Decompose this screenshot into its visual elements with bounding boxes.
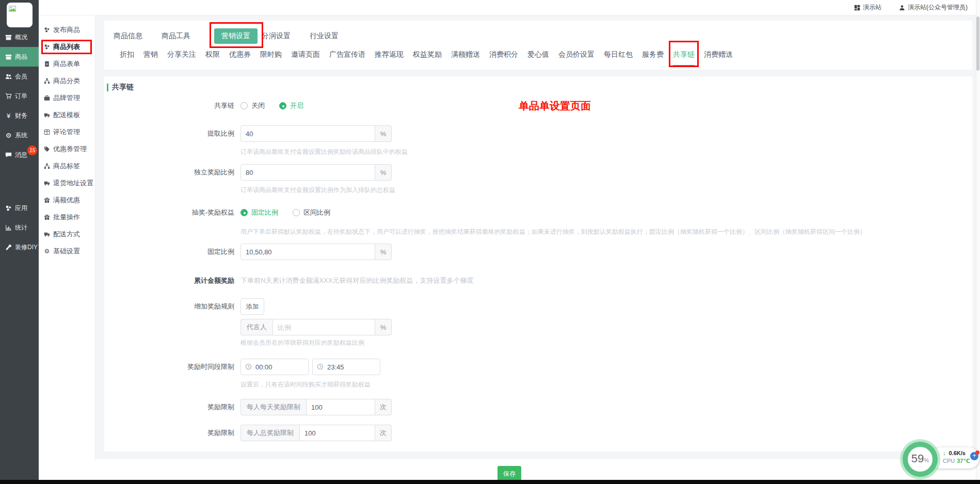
end-time-picker[interactable] xyxy=(312,359,380,375)
subnav-item-delivery-template[interactable]: 配送模板 xyxy=(39,106,95,123)
subnav-item-goods-category[interactable]: 商品分类 xyxy=(39,72,95,89)
percent-number: 59 xyxy=(911,453,924,464)
broken-image-icon xyxy=(9,6,16,12)
subnav-item-goods-tags[interactable]: 商品标签 xyxy=(39,157,95,174)
site-logo[interactable] xyxy=(7,3,33,27)
field-label: 奖励时间段限制 xyxy=(104,362,234,372)
sidebar-item-label: 订单 xyxy=(15,92,27,101)
subnav-item-full-discount[interactable]: 满额优惠 xyxy=(39,191,95,208)
tab-share-chain[interactable]: 共享链 xyxy=(673,50,695,66)
subnav-item-return-address[interactable]: 退货地址设置 xyxy=(39,174,95,191)
spokesperson-ratio-input[interactable] xyxy=(272,319,375,335)
page-scrollbar[interactable] xyxy=(976,0,980,484)
tab-member-price[interactable]: 会员价设置 xyxy=(558,50,595,65)
tab-goods-tools[interactable]: 商品工具 xyxy=(162,31,190,41)
subnav-item-label: 配送模板 xyxy=(53,110,80,120)
independent-ratio-input[interactable] xyxy=(240,164,375,181)
sidebar-item-messages[interactable]: 消息15 xyxy=(0,145,39,165)
share-chain-on-radio[interactable]: 开启 xyxy=(279,101,303,110)
grid-icon xyxy=(854,5,860,11)
document-icon xyxy=(44,61,50,67)
tab-service-fee[interactable]: 服务费 xyxy=(642,50,664,65)
title-accent-bar xyxy=(107,84,108,91)
tab-flash-sale[interactable]: 限时购 xyxy=(260,50,282,65)
range-ratio-radio[interactable]: 区间比例 xyxy=(293,208,330,217)
tab-goods-info[interactable]: 商品信息 xyxy=(114,31,142,41)
subnav-item-basic-settings[interactable]: ⚙基础设置 xyxy=(39,243,95,260)
sidebar-item-label: 概况 xyxy=(15,33,27,42)
memory-usage-circle[interactable]: 59% xyxy=(903,442,938,477)
field-label: 固定比例 xyxy=(104,247,234,256)
radio-unchecked-icon xyxy=(240,102,248,109)
tab-referral-cashback[interactable]: 推荐返现 xyxy=(375,50,404,65)
radio-label: 开启 xyxy=(290,101,303,110)
add-rule-button[interactable]: 添加 xyxy=(240,298,264,315)
tab-consume-gift[interactable]: 消费赠送 xyxy=(704,50,733,65)
reward-time-range-row: 奖励时间段限制 xyxy=(104,359,962,375)
percent-sign: % xyxy=(924,457,929,463)
tab-marketing[interactable]: 营销 xyxy=(143,50,158,65)
subnav-item-comment-manage[interactable]: 评论管理 xyxy=(39,123,95,140)
sidebar-item-members[interactable]: 会员 xyxy=(0,67,39,86)
subnav-item-delivery-method[interactable]: 配送方式 xyxy=(39,225,95,243)
tab-permission[interactable]: 权限 xyxy=(205,50,220,65)
tag-icon xyxy=(44,146,50,152)
tab-daily-redpacket[interactable]: 每日红包 xyxy=(604,50,633,65)
tab-share-follow[interactable]: 分享关注 xyxy=(167,50,196,65)
tab-invite-page[interactable]: 邀请页面 xyxy=(291,50,320,65)
cluster-icon xyxy=(44,44,50,50)
total-limit-input[interactable] xyxy=(299,425,375,441)
subnav-item-brand-manage[interactable]: 品牌管理 xyxy=(39,89,95,106)
sidebar-item-system[interactable]: ⚙系统 xyxy=(0,125,39,145)
tab-industry-settings[interactable]: 行业设置 xyxy=(310,31,339,41)
notification-dot xyxy=(975,450,979,455)
subnav-item-goods-form[interactable]: 商品表单 xyxy=(39,55,95,72)
tab-rights-reward[interactable]: 权益奖励 xyxy=(413,50,442,65)
tab-profit-settings[interactable]: 分润设置 xyxy=(262,31,291,41)
subnav-item-coupon-manage[interactable]: 优惠券管理 xyxy=(39,140,95,157)
users-icon xyxy=(5,73,12,80)
dashboard-icon xyxy=(5,34,12,41)
tab-marketing-settings[interactable]: 营销设置 xyxy=(214,28,258,44)
sidebar-item-orders[interactable]: 订单 xyxy=(0,86,39,106)
subnav-item-publish-goods[interactable]: 发布商品 xyxy=(39,21,95,38)
cumulative-reward-desc: 下单前N天累计消费金额满XXX元获得对应的比例奖励权益，支持设置多个梯度 xyxy=(240,276,473,285)
tab-full-amount-gift[interactable]: 满额赠送 xyxy=(451,50,480,65)
sidebar-item-apps[interactable]: 应用 xyxy=(0,198,39,218)
section-title-text: 共享链 xyxy=(112,83,134,92)
subnav-item-batch-ops[interactable]: 批量操作 xyxy=(39,208,95,225)
tab-ad-slogan[interactable]: 广告宣传语 xyxy=(329,50,365,65)
yen-icon: ¥ xyxy=(5,112,12,119)
tab-love-value[interactable]: 爱心值 xyxy=(527,50,549,65)
total-limit-prefix-addon: 每人总奖励限制 xyxy=(240,425,299,441)
gear-icon: ⚙ xyxy=(44,248,50,254)
start-time-picker[interactable] xyxy=(240,359,309,375)
daily-limit-input[interactable] xyxy=(306,399,375,415)
fixed-ratio-radio[interactable]: 固定比例 xyxy=(240,208,278,217)
gift-icon xyxy=(44,197,50,203)
scrollbar-thumb[interactable] xyxy=(976,17,979,71)
subnav-item-label: 商品表单 xyxy=(53,59,80,69)
tab-consume-points[interactable]: 消费积分 xyxy=(489,50,518,65)
subnav-item-goods-list[interactable]: 商品列表 xyxy=(39,38,95,55)
cpu-temperature: 37℃ xyxy=(957,457,970,465)
sidebar-item-statistics[interactable]: 统计 xyxy=(0,218,39,237)
clock-icon xyxy=(245,363,252,370)
sidebar-item-goods[interactable]: 商品 xyxy=(0,47,39,67)
share-chain-settings-panel: 共享链 单品单设置页面 共享链 关闭 开启 提取比例 % 订单该商品最终支付金额… xyxy=(104,76,972,451)
site-switcher[interactable]: 演示站 xyxy=(854,3,881,12)
field-label: 奖励限制 xyxy=(104,402,234,412)
monitor-plus-button[interactable]: + xyxy=(970,452,978,460)
extract-ratio-input[interactable] xyxy=(240,125,375,142)
tab-coupon[interactable]: 优惠券 xyxy=(229,50,251,65)
subnav-item-label: 配送方式 xyxy=(53,230,80,239)
account-menu[interactable]: 演示站(公众号管理员) xyxy=(899,3,968,12)
fixed-ratio-input[interactable] xyxy=(240,244,375,260)
radio-checked-icon xyxy=(240,209,248,216)
sidebar-item-decorate-diy[interactable]: 装修DIY xyxy=(0,237,39,257)
tab-discount[interactable]: 折扣 xyxy=(120,50,134,65)
share-chain-off-radio[interactable]: 关闭 xyxy=(240,101,265,110)
sitemap-icon xyxy=(44,78,50,84)
sidebar-item-finance[interactable]: ¥财务 xyxy=(0,106,39,125)
sidebar-item-overview[interactable]: 概况 xyxy=(0,27,39,47)
